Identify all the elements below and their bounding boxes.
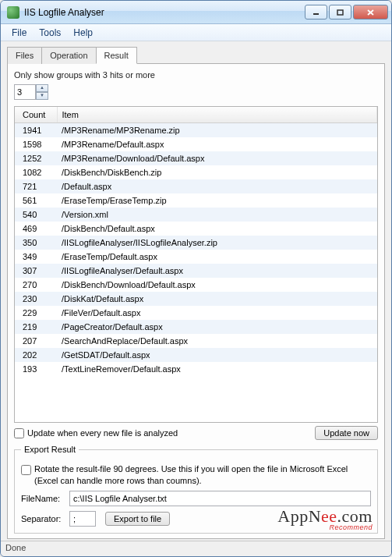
cell-count: 193 xyxy=(15,362,57,376)
cell-item: /DiskBench/DiskBench.zip xyxy=(57,165,377,179)
table-row[interactable]: 202/GetSDAT/Default.aspx xyxy=(15,348,377,362)
table-row[interactable]: 1252/MP3Rename/Download/Default.aspx xyxy=(15,151,377,165)
menubar: File Tools Help xyxy=(1,24,391,41)
col-header-item[interactable]: Item xyxy=(57,107,377,123)
table-row[interactable]: 229/FileVer/Default.aspx xyxy=(15,306,377,320)
table-row[interactable]: 540/Version.xml xyxy=(15,208,377,222)
cell-item: /SearchAndReplace/Default.aspx xyxy=(57,334,377,348)
table-row[interactable]: 561/EraseTemp/EraseTemp.zip xyxy=(15,193,377,208)
update-now-button[interactable]: Update now xyxy=(315,426,378,440)
cell-item: /Version.xml xyxy=(57,208,377,222)
table-row[interactable]: 207/SearchAndReplace/Default.aspx xyxy=(15,334,377,348)
cell-count: 270 xyxy=(15,278,57,292)
table-row[interactable]: 1082/DiskBench/DiskBench.zip xyxy=(15,165,377,179)
titlebar[interactable]: IIS Logfile Analyser xyxy=(1,1,391,24)
tab-result[interactable]: Result xyxy=(96,47,137,64)
results-grid: Count Item 1941/MP3Rename/MP3Rename.zip1… xyxy=(14,106,378,423)
cell-count: 349 xyxy=(15,250,57,264)
threshold-down-button[interactable]: ▼ xyxy=(36,92,48,100)
table-row[interactable]: 1598/MP3Rename/Default.aspx xyxy=(15,137,377,151)
cell-count: 1252 xyxy=(15,151,57,165)
rotate-checkbox[interactable] xyxy=(21,465,31,475)
cell-count: 230 xyxy=(15,292,57,306)
cell-item: /DiskKat/Default.aspx xyxy=(57,292,377,306)
threshold-up-button[interactable]: ▲ xyxy=(36,84,48,92)
cell-count: 307 xyxy=(15,264,57,278)
table-row[interactable]: 230/DiskKat/Default.aspx xyxy=(15,292,377,306)
separator-label: Separator: xyxy=(21,514,65,523)
cell-count: 219 xyxy=(15,320,57,334)
update-on-analyze-checkbox[interactable] xyxy=(14,428,24,438)
threshold-input[interactable] xyxy=(14,84,36,100)
cell-count: 1598 xyxy=(15,137,57,151)
cell-item: /EraseTemp/Default.aspx xyxy=(57,250,377,264)
table-row[interactable]: 270/DiskBench/Download/Default.aspx xyxy=(15,278,377,292)
table-row[interactable]: 193/TextLineRemover/Default.aspx xyxy=(15,362,377,376)
tabstrip: Files Operation Result xyxy=(7,47,385,64)
cell-count: 350 xyxy=(15,236,57,250)
cell-count: 721 xyxy=(15,179,57,193)
app-icon xyxy=(7,6,19,19)
rotate-label: Rotate the result-file 90 degrees. Use t… xyxy=(34,463,371,486)
cell-count: 1941 xyxy=(15,123,57,138)
export-legend: Export Result xyxy=(21,445,79,454)
svg-rect-1 xyxy=(337,10,343,15)
cell-item: /Default.aspx xyxy=(57,179,377,193)
cell-count: 207 xyxy=(15,334,57,348)
cell-item: /MP3Rename/Download/Default.aspx xyxy=(57,151,377,165)
col-header-count[interactable]: Count xyxy=(15,107,57,123)
cell-item: /IISLogfileAnalyser/Default.aspx xyxy=(57,264,377,278)
statusbar: Done xyxy=(1,541,391,556)
cell-count: 469 xyxy=(15,222,57,236)
cell-item: /GetSDAT/Default.aspx xyxy=(57,348,377,362)
cell-item: /TextLineRemover/Default.aspx xyxy=(57,362,377,376)
table-row[interactable]: 1941/MP3Rename/MP3Rename.zip xyxy=(15,123,377,138)
threshold-hint: Only show groups with 3 hits or more xyxy=(14,70,378,80)
table-row[interactable]: 350/IISLogfileAnalyser/IISLogfileAnalyse… xyxy=(15,236,377,250)
menu-help[interactable]: Help xyxy=(67,26,99,40)
cell-count: 229 xyxy=(15,306,57,320)
cell-item: /PageCreator/Default.aspx xyxy=(57,320,377,334)
window-title: IIS Logfile Analyser xyxy=(24,7,305,18)
cell-item: /EraseTemp/EraseTemp.zip xyxy=(57,193,377,208)
table-row[interactable]: 307/IISLogfileAnalyser/Default.aspx xyxy=(15,264,377,278)
update-on-analyze-label: Update when every new file is analyzed xyxy=(27,428,315,438)
table-row[interactable]: 349/EraseTemp/Default.aspx xyxy=(15,250,377,264)
results-scroll[interactable]: Count Item 1941/MP3Rename/MP3Rename.zip1… xyxy=(15,107,377,422)
cell-item: /DiskBench/Download/Default.aspx xyxy=(57,278,377,292)
filename-input[interactable] xyxy=(69,491,371,506)
cell-count: 1082 xyxy=(15,165,57,179)
menu-file[interactable]: File xyxy=(5,26,33,40)
table-row[interactable]: 219/PageCreator/Default.aspx xyxy=(15,320,377,334)
minimize-button[interactable] xyxy=(305,5,327,20)
table-row[interactable]: 469/DiskBench/Default.aspx xyxy=(15,222,377,236)
export-result-group: Export Result Rotate the result-file 90 … xyxy=(14,445,378,534)
cell-count: 540 xyxy=(15,208,57,222)
filename-label: FileName: xyxy=(21,494,65,503)
menu-tools[interactable]: Tools xyxy=(33,26,67,40)
maximize-button[interactable] xyxy=(329,5,351,20)
export-to-file-button[interactable]: Export to file xyxy=(105,512,170,526)
app-window: IIS Logfile Analyser File Tools Help Fil… xyxy=(0,0,392,557)
separator-input[interactable] xyxy=(69,511,96,527)
tab-files[interactable]: Files xyxy=(7,47,42,64)
cell-item: /DiskBench/Default.aspx xyxy=(57,222,377,236)
status-text: Done xyxy=(5,543,26,552)
close-button[interactable] xyxy=(353,5,388,20)
tab-operation[interactable]: Operation xyxy=(41,47,96,64)
cell-item: /IISLogfileAnalyser/IISLogfileAnalyser.z… xyxy=(57,236,377,250)
cell-item: /FileVer/Default.aspx xyxy=(57,306,377,320)
client-area: Files Operation Result Only show groups … xyxy=(1,41,391,541)
cell-item: /MP3Rename/MP3Rename.zip xyxy=(57,123,377,138)
table-row[interactable]: 721/Default.aspx xyxy=(15,179,377,193)
cell-item: /MP3Rename/Default.aspx xyxy=(57,137,377,151)
cell-count: 561 xyxy=(15,193,57,208)
cell-count: 202 xyxy=(15,348,57,362)
tab-panel-result: Only show groups with 3 hits or more ▲ ▼… xyxy=(7,63,385,539)
